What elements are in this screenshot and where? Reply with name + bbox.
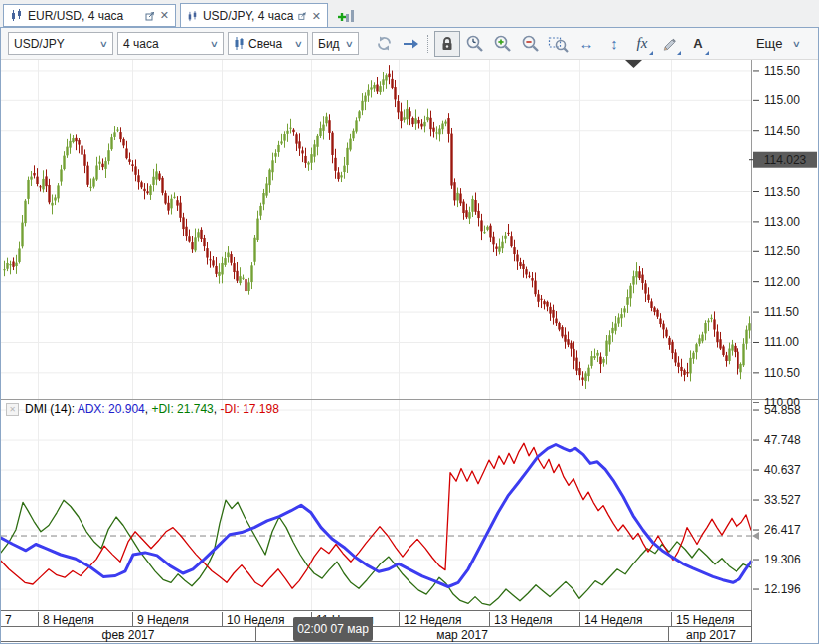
zoom-box-button[interactable] bbox=[546, 31, 572, 57]
candle-body bbox=[75, 138, 77, 141]
crosshair-time-tooltip: 02:00 07 мар bbox=[293, 617, 373, 641]
candle-body bbox=[295, 134, 297, 143]
close-icon[interactable]: ✕ bbox=[160, 10, 169, 21]
candle-body bbox=[346, 148, 348, 165]
candle-body bbox=[36, 177, 38, 184]
candle-body bbox=[692, 353, 694, 359]
candle-body bbox=[63, 156, 65, 169]
candle-body bbox=[95, 166, 97, 180]
chart-canvas[interactable]: 115.50115.00114.50113.50113.00112.50112.… bbox=[1, 60, 818, 610]
candle-body bbox=[69, 141, 71, 148]
chart-window: USD/JPY ∨ 4 часа ∨ Свеча ∨ Бид ∨ bbox=[0, 27, 819, 644]
price-tick-label: 115.50 bbox=[764, 64, 800, 78]
refresh-button[interactable] bbox=[371, 31, 397, 57]
candle-body bbox=[286, 131, 288, 134]
candle-body bbox=[555, 319, 557, 324]
candle-body bbox=[262, 193, 264, 204]
candle-body bbox=[30, 177, 32, 180]
candle-body bbox=[337, 172, 339, 179]
candle-body bbox=[677, 363, 679, 367]
candle-body bbox=[349, 139, 351, 150]
candle-body bbox=[486, 227, 488, 230]
dropdown-corner-icon bbox=[677, 51, 681, 55]
candle-body bbox=[358, 111, 360, 118]
dropdown-corner-icon bbox=[705, 51, 709, 55]
week-cell: 7 bbox=[1, 612, 38, 627]
candle-body bbox=[277, 145, 279, 152]
new-chart-button[interactable] bbox=[335, 5, 359, 24]
time-axis[interactable]: 78 Неделя9 Неделя10 Неделя11 Неделя12 Не… bbox=[1, 610, 818, 643]
candle-body bbox=[379, 86, 381, 92]
candle-body bbox=[116, 130, 118, 131]
candlestick-chart-icon bbox=[10, 9, 23, 22]
dmi-tick-label: 12.196 bbox=[764, 582, 801, 596]
popout-icon[interactable] bbox=[145, 11, 155, 21]
candle-body bbox=[182, 217, 184, 229]
candle-body bbox=[620, 314, 622, 318]
tab-usdjpy[interactable]: USD/JPY, 4 часа ✕ bbox=[180, 3, 328, 28]
zoom-in-button[interactable] bbox=[490, 31, 516, 57]
candle-body bbox=[364, 96, 366, 102]
candle-body bbox=[575, 358, 577, 371]
candle-body bbox=[149, 186, 151, 195]
zoom-history-button[interactable] bbox=[462, 31, 488, 57]
candle-body bbox=[719, 339, 721, 348]
candle-body bbox=[268, 170, 270, 185]
zoom-in-icon bbox=[493, 34, 513, 54]
tab-eurusd[interactable]: EUR/USD, 4 часа ✕ bbox=[3, 4, 176, 27]
candle-body bbox=[668, 338, 670, 345]
candle-body bbox=[507, 233, 509, 234]
candle-body bbox=[510, 236, 512, 246]
price-type-select[interactable]: Бид ∨ bbox=[312, 32, 359, 55]
candle-body bbox=[608, 335, 610, 344]
go-to-end-button[interactable] bbox=[399, 31, 424, 57]
week-cell: 15 Неделя bbox=[671, 612, 752, 627]
symbol-select[interactable]: USD/JPY ∨ bbox=[8, 32, 113, 55]
popout-icon[interactable] bbox=[298, 11, 306, 21]
candle-body bbox=[6, 263, 8, 269]
candle-body bbox=[313, 144, 315, 156]
chart-type-select[interactable]: Свеча ∨ bbox=[228, 32, 308, 55]
lock-scale-button[interactable] bbox=[434, 31, 460, 57]
candle-body bbox=[710, 318, 712, 319]
candle-body bbox=[352, 131, 354, 138]
candle-body bbox=[713, 319, 715, 329]
trading-terminal-window: EUR/USD, 4 часа ✕ USD/JPY, 4 часа ✕ bbox=[0, 0, 819, 644]
indicator-close-icon[interactable]: ✕ bbox=[6, 403, 19, 416]
candle-body bbox=[471, 199, 473, 212]
candle-body bbox=[119, 132, 121, 139]
period-select[interactable]: 4 часа ∨ bbox=[117, 32, 224, 55]
candle-body bbox=[614, 323, 616, 330]
candle-body bbox=[406, 109, 408, 119]
candle-body bbox=[134, 166, 136, 174]
candle-body bbox=[564, 335, 566, 342]
text-tool-button[interactable]: A bbox=[685, 31, 711, 57]
candle-body bbox=[48, 185, 50, 202]
candle-body bbox=[98, 162, 100, 164]
indicators-button[interactable]: fx bbox=[629, 31, 655, 57]
candle-body bbox=[716, 332, 718, 343]
candle-body bbox=[370, 87, 372, 89]
add-chart-icon bbox=[338, 7, 356, 23]
candle-body bbox=[662, 324, 664, 330]
candle-body bbox=[215, 266, 217, 274]
candle-body bbox=[233, 263, 235, 272]
candle-body bbox=[15, 263, 17, 266]
zoom-out-button[interactable] bbox=[518, 31, 544, 57]
candle-body bbox=[653, 308, 655, 312]
candle-body bbox=[534, 281, 536, 295]
scale-vertical-button[interactable]: ↕ bbox=[601, 31, 627, 57]
more-button[interactable]: Еще ∨ bbox=[756, 36, 800, 51]
candle-body bbox=[641, 275, 643, 283]
chart-area[interactable]: 115.50115.00114.50113.50113.00112.50112.… bbox=[1, 60, 818, 610]
scale-horizontal-button[interactable]: ↔ bbox=[573, 31, 599, 57]
candle-body bbox=[146, 191, 148, 193]
draw-button[interactable] bbox=[657, 31, 683, 57]
candle-body bbox=[403, 117, 405, 120]
candle-body bbox=[650, 301, 652, 308]
candle-body bbox=[602, 359, 604, 363]
close-icon[interactable]: ✕ bbox=[312, 11, 321, 22]
candle-body bbox=[188, 236, 190, 241]
candle-body bbox=[101, 164, 103, 167]
candle-body bbox=[495, 247, 497, 249]
